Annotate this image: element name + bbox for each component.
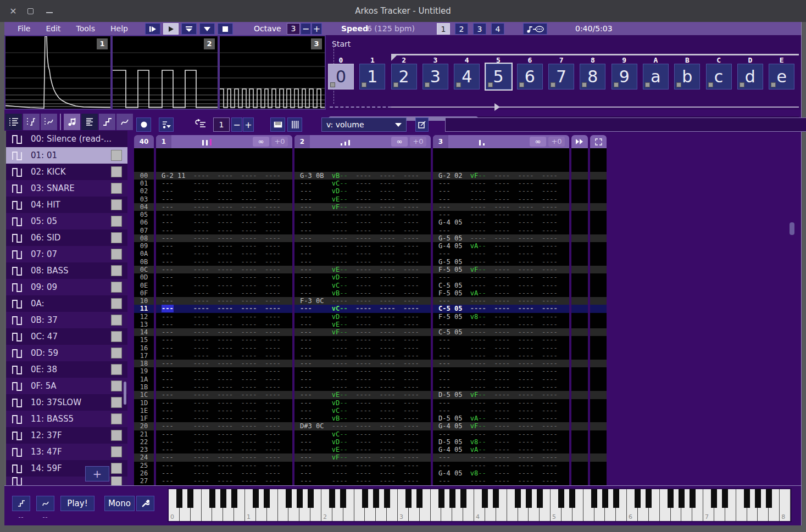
mono-button[interactable]: Mono — [104, 496, 135, 511]
pattern-cell[interactable] — [156, 156, 292, 164]
instrument-mute-box[interactable] — [111, 430, 122, 441]
instrument-cell[interactable] — [316, 219, 324, 226]
note-cell[interactable]: --- — [162, 203, 174, 211]
effect-cell[interactable]: ---- — [380, 453, 396, 461]
effect-cell[interactable]: ---- — [542, 391, 558, 399]
effect-cell[interactable]: ---- — [380, 313, 396, 321]
effect-cell[interactable]: ---- — [380, 422, 396, 430]
effect-cell[interactable]: ---- — [380, 273, 396, 281]
effect-cell[interactable]: ---- — [380, 211, 396, 219]
effect-cell[interactable]: vC — [332, 180, 340, 187]
effect-cell[interactable]: ---- — [217, 336, 233, 344]
piano-black-key[interactable] — [569, 489, 575, 508]
effect-cell[interactable]: ---- — [470, 383, 486, 391]
effect-cell[interactable]: ---- — [494, 391, 510, 399]
piano-black-key[interactable] — [493, 489, 499, 508]
instrument-cell[interactable] — [177, 367, 185, 375]
pattern-cell[interactable]: --- ---- ---- ---- ---- — [433, 430, 569, 438]
effect-cell[interactable]: ---- — [518, 321, 534, 328]
effect-cell[interactable]: ---- — [355, 219, 371, 226]
instrument-cell[interactable] — [177, 219, 185, 226]
instrument-mute-box[interactable] — [111, 397, 122, 408]
piano-black-key[interactable] — [690, 489, 696, 508]
note-cell[interactable]: --- — [162, 328, 174, 336]
effect-cell[interactable]: ---- — [241, 376, 257, 383]
effect-cell[interactable]: ---- — [355, 242, 371, 250]
instrument-row-0D[interactable]: 0D: 59 — [4, 345, 127, 361]
effect-cell[interactable]: vA — [470, 242, 478, 250]
pattern-cell[interactable]: --- ---- ---- ---- ---- — [433, 462, 569, 469]
pattern-cell[interactable]: --- vE-- ---- ---- ---- — [294, 321, 431, 328]
instrument-cell[interactable] — [454, 227, 462, 234]
instrument-cell[interactable] — [316, 195, 324, 203]
instrument-cell[interactable] — [316, 344, 324, 352]
instrument-cell[interactable]: 05 — [454, 422, 462, 430]
note-cell[interactable]: --- — [300, 407, 312, 415]
effect-cell[interactable]: ---- — [217, 352, 233, 360]
effect-cell[interactable]: ---- — [380, 430, 396, 438]
effect-cell[interactable]: ---- — [332, 352, 348, 360]
note-cell[interactable]: --- — [300, 376, 312, 383]
note-cell[interactable]: --- — [300, 438, 312, 446]
note-cell[interactable]: --- — [162, 282, 174, 289]
effect-cell[interactable]: ---- — [518, 297, 534, 305]
piano-black-key[interactable] — [308, 489, 314, 508]
effect-cell[interactable]: ---- — [470, 321, 486, 328]
effect-cell[interactable]: ---- — [494, 321, 510, 328]
instrument-cell[interactable] — [177, 344, 185, 352]
effect-cell[interactable]: ---- — [380, 266, 396, 273]
effect-cell[interactable]: ---- — [241, 219, 257, 226]
effect-cell[interactable]: ---- — [355, 360, 371, 367]
effect-cell[interactable]: ---- — [332, 227, 348, 234]
instrument-mute-box[interactable] — [111, 265, 122, 276]
effect-cell[interactable]: ---- — [518, 469, 534, 477]
effect-cell[interactable]: ---- — [217, 250, 233, 257]
pattern-cell[interactable]: --- ---- ---- ---- ---- — [294, 234, 431, 242]
effect-cell[interactable]: ---- — [470, 305, 486, 312]
effect-cell[interactable]: ---- — [518, 227, 534, 234]
effect-cell[interactable]: ---- — [518, 266, 534, 273]
effect-cell[interactable]: ---- — [403, 422, 419, 430]
note-cell[interactable]: --- — [300, 180, 312, 187]
effect-cell[interactable]: ---- — [518, 407, 534, 415]
effect-cell[interactable]: ---- — [380, 352, 396, 360]
effect-cell[interactable]: ---- — [403, 242, 419, 250]
effect-cell[interactable]: ---- — [518, 211, 534, 219]
pattern-cell[interactable]: --- ---- ---- ---- ---- — [433, 187, 569, 195]
effect-cell[interactable]: ---- — [355, 430, 371, 438]
instrument-row-00[interactable]: 00: Silence (read-... — [4, 131, 127, 147]
effect-cell[interactable]: ---- — [494, 328, 510, 336]
piano-black-key[interactable] — [340, 489, 346, 508]
pattern-cell[interactable]: --- ---- ---- ---- ---- — [294, 336, 431, 344]
pattern-cell[interactable] — [294, 156, 431, 164]
effect-cell[interactable]: ---- — [403, 391, 419, 399]
note-cell[interactable]: --- — [438, 336, 451, 344]
effect-cell[interactable]: ---- — [355, 407, 371, 415]
note-cell[interactable]: --- — [300, 446, 312, 453]
effect-cell[interactable]: ---- — [494, 180, 510, 187]
instrument-cell[interactable] — [316, 407, 324, 415]
note-cell[interactable]: G-4 — [438, 219, 451, 226]
instrument-cell[interactable] — [316, 250, 324, 257]
effect-cell[interactable]: ---- — [518, 242, 534, 250]
effect-cell[interactable]: ---- — [494, 336, 510, 344]
effect-cell[interactable]: ---- — [241, 227, 257, 234]
instrument-cell[interactable] — [454, 336, 462, 344]
effect-cell[interactable]: ---- — [241, 415, 257, 422]
piano-black-key[interactable] — [766, 489, 772, 508]
effect-cell[interactable]: ---- — [193, 415, 209, 422]
effect-cell[interactable]: ---- — [518, 328, 534, 336]
add-instrument-button[interactable]: + — [85, 466, 109, 481]
effect-cell[interactable]: ---- — [241, 407, 257, 415]
note-cell[interactable]: --- — [438, 407, 451, 415]
effect-cell[interactable]: ---- — [380, 446, 396, 453]
effect-cell[interactable]: ---- — [355, 336, 371, 344]
instrument-cell[interactable] — [454, 344, 462, 352]
effect-cell[interactable]: ---- — [193, 477, 209, 485]
pattern-scrollbar-thumb[interactable] — [790, 222, 794, 235]
pattern-cell[interactable]: --- ---- ---- ---- ---- — [156, 383, 292, 391]
effect-cell[interactable]: ---- — [265, 282, 281, 289]
note-cell[interactable]: --- — [162, 250, 174, 257]
channel-transpose-button[interactable]: +0 — [548, 137, 565, 147]
channel-count-button-1[interactable]: 1 — [437, 23, 450, 35]
